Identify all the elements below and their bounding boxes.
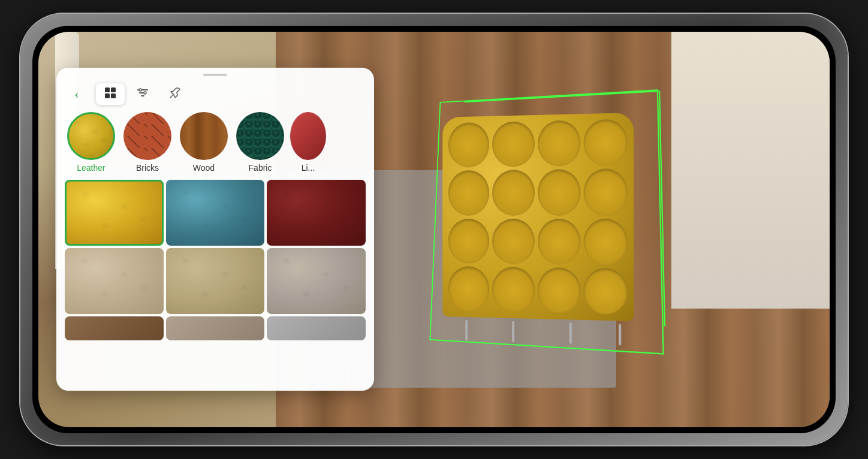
phone-outer: ‹: [20, 14, 848, 445]
texture-teal[interactable]: [166, 180, 265, 246]
svg-point-7: [139, 89, 141, 91]
tuft: [583, 268, 627, 315]
texture-gray[interactable]: [267, 316, 366, 340]
chair-leg: [465, 320, 468, 341]
wall-back: [671, 32, 830, 309]
category-bricks-circle: [123, 112, 171, 160]
svg-rect-2: [105, 93, 110, 98]
svg-rect-0: [105, 87, 110, 92]
texture-overlay: [267, 248, 366, 314]
filter-button[interactable]: [128, 83, 157, 105]
texture-overlay: [65, 248, 164, 314]
tuft: [537, 169, 580, 215]
category-li-label: Li...: [302, 163, 315, 173]
category-wood[interactable]: Wood: [177, 112, 230, 173]
phone-inner: ‹: [32, 26, 836, 433]
tuft: [448, 122, 489, 168]
tuft: [448, 170, 489, 215]
leather-overlay: [69, 114, 113, 158]
svg-line-9: [170, 95, 173, 98]
category-li-circle: [290, 112, 326, 160]
texture-overlay: [267, 180, 366, 246]
texture-taupe[interactable]: [166, 316, 265, 340]
tuft: [492, 267, 534, 313]
category-fabric-label: Fabric: [249, 163, 272, 173]
tuft: [583, 219, 627, 265]
material-panel: ‹: [56, 68, 374, 391]
category-fabric-circle: [236, 112, 284, 160]
texture-beige2[interactable]: [166, 248, 265, 314]
category-fabric[interactable]: Fabric: [234, 112, 287, 173]
chair-tufts: [448, 119, 627, 315]
texture-darkred[interactable]: [267, 180, 366, 246]
svg-rect-1: [111, 87, 116, 92]
category-bricks[interactable]: Bricks: [121, 112, 174, 173]
tuft: [537, 219, 580, 265]
category-wood-label: Wood: [193, 163, 215, 173]
chair-container: [428, 91, 656, 343]
chair-leg: [569, 322, 572, 343]
panel-handle: [56, 68, 374, 78]
category-li[interactable]: Li...: [290, 112, 326, 173]
back-button[interactable]: ‹: [66, 83, 88, 105]
svg-rect-3: [111, 93, 116, 98]
pin-button[interactable]: [161, 83, 189, 105]
texture-grid: [56, 180, 374, 391]
texture-overlay: [166, 248, 265, 314]
handle-bar: [203, 74, 227, 76]
texture-yellow[interactable]: [65, 180, 164, 246]
texture-overlay: [67, 182, 162, 244]
chair-body: [442, 113, 634, 321]
tuft: [492, 121, 534, 167]
texture-graybeige[interactable]: [267, 248, 366, 314]
category-leather-label: Leather: [77, 163, 105, 173]
grid-view-button[interactable]: [96, 83, 125, 105]
grid-icon: [104, 86, 117, 102]
chair-leg: [512, 321, 514, 342]
tuft: [583, 119, 627, 166]
tuft: [448, 218, 489, 263]
tuft: [537, 120, 580, 167]
category-leather-circle: [67, 112, 115, 160]
category-wood-circle: [180, 112, 228, 160]
tuft: [448, 266, 489, 312]
texture-beige1[interactable]: [65, 248, 164, 314]
screen: ‹: [38, 32, 830, 427]
toolbar: ‹: [56, 78, 374, 112]
chair-leg: [619, 324, 621, 346]
texture-overlay: [166, 180, 265, 246]
svg-point-8: [144, 92, 146, 94]
tuft: [492, 218, 534, 264]
category-bricks-label: Bricks: [136, 163, 159, 173]
pin-icon: [168, 86, 182, 102]
filter-icon: [136, 86, 149, 102]
categories-row: Leather Bricks Wood Fabric: [56, 112, 374, 180]
tuft: [537, 267, 580, 314]
tuft: [492, 170, 534, 215]
tuft: [583, 168, 627, 215]
texture-brown[interactable]: [65, 316, 164, 340]
toolbar-actions: [96, 83, 189, 105]
category-leather[interactable]: Leather: [65, 112, 117, 173]
